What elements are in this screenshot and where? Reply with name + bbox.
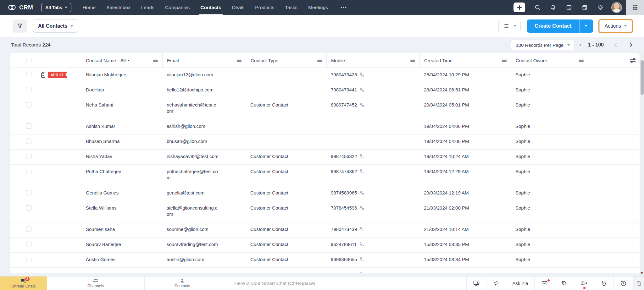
announcement-megaphone-icon[interactable] [486,276,506,290]
contact-name[interactable]: Soumen saha [81,222,162,237]
phone-icon[interactable] [360,169,364,174]
select-all-checkbox[interactable] [26,58,31,63]
table-row[interactable]: Pritha Chatterjee prithechatterjee@test.… [10,165,640,186]
column-menu-icon[interactable] [237,58,242,62]
tab-home[interactable]: Home [83,0,96,15]
tag-icon[interactable] [554,276,574,290]
table-row[interactable]: DocHipo hello12@dochipo.com 7980473441 2… [10,83,640,98]
header-contact-owner[interactable]: Contact Owner [511,53,588,68]
notifications-bell-icon[interactable] [545,0,561,15]
upcoming-task-indicator[interactable]: APR 28 [41,72,68,78]
more-tabs-icon[interactable]: ••• [341,5,347,10]
table-row[interactable]: Genelia Gomes genelia@test.com Customer … [10,186,640,201]
marketplace-store-icon[interactable] [577,0,592,15]
row-checkbox[interactable] [26,257,31,262]
view-selector-dropdown[interactable]: All Contacts [33,19,78,33]
scrollbar-thumb[interactable] [641,60,644,95]
column-menu-icon[interactable] [317,58,322,62]
contact-name[interactable]: Nilanjan Mukherjee [81,68,162,83]
alarm-reminder-icon[interactable] [594,276,613,290]
row-checkbox[interactable] [26,242,31,247]
tab-companies[interactable]: Companies [165,0,190,15]
contact-name[interactable]: Neha Sahani [81,98,162,119]
vertical-scrollbar[interactable] [640,53,644,276]
phone-icon[interactable] [359,242,364,247]
column-menu-icon[interactable] [153,58,158,62]
search-icon[interactable] [530,0,545,15]
tab-deals[interactable]: Deals [232,0,245,15]
calendar-icon[interactable] [561,0,577,15]
row-checkbox[interactable] [26,272,31,273]
contact-name[interactable]: Genelia Gomes [81,186,162,201]
column-customize-icon[interactable] [627,53,640,68]
row-checkbox[interactable] [26,123,31,129]
create-contact-dropdown[interactable] [579,19,593,33]
all-tabs-dropdown[interactable]: All Tabs [41,3,71,12]
name-filter-dropdown[interactable]: All [120,58,130,63]
phone-icon[interactable] [360,257,364,262]
contact-name[interactable]: DocHipo [81,83,162,98]
previous-page-button[interactable] [611,41,621,49]
screen-share-icon[interactable] [466,276,486,290]
unread-chats-tab[interactable]: 2 Unread Chats [0,276,47,290]
phone-icon[interactable] [360,190,364,195]
smart-chat-input[interactable] [220,276,466,290]
row-checkbox[interactable] [26,190,31,195]
create-contact-button[interactable]: Create Contact [527,19,579,33]
tab-contacts[interactable]: Contacts [200,0,221,15]
contact-name[interactable]: Ankit Kumar [81,268,162,273]
header-created-time[interactable]: Created Time [419,53,511,68]
table-row[interactable]: Sourav Banerjee souravtrading@test.com C… [10,238,640,253]
contacts-tab[interactable]: Contacts [145,276,220,290]
table-row[interactable]: Neha Sahani nehasahanitech@test.com Cust… [10,98,640,119]
zia-insights-chart-icon[interactable] [534,276,554,290]
contact-name[interactable]: Nisha Yadav [81,150,162,164]
tab-products[interactable]: Products [255,0,274,15]
history-icon[interactable] [613,276,633,290]
records-per-page-dropdown[interactable]: 100 Records Per Page [511,40,575,50]
next-page-button[interactable] [626,41,636,49]
table-row[interactable]: Ashish Kumar ashish@glion.com 19/04/2024… [10,119,640,134]
scroll-down-arrow-icon[interactable] [641,272,643,274]
tab-tasks[interactable]: Tasks [285,0,297,15]
row-checkbox[interactable] [26,72,31,77]
phone-icon[interactable] [360,87,364,92]
apps-grid-icon[interactable] [626,0,644,15]
row-checkbox[interactable] [26,87,31,92]
column-menu-icon[interactable] [579,58,584,62]
header-mobile[interactable]: Mobile [326,53,419,68]
ask-zia-button[interactable]: Ask Zia [506,276,534,290]
table-row[interactable]: Austin Gomes austin@glion.com Customer C… [10,253,640,268]
phone-icon[interactable] [360,227,364,232]
phone-icon[interactable] [360,272,364,273]
quick-create-button[interactable] [514,3,525,12]
clipboard-copy-icon[interactable] [633,276,644,290]
table-row[interactable]: Soumen saha soumne@glion.com Customer Co… [10,222,640,238]
table-row[interactable]: Stella Williams stella@glionconsulting.c… [10,201,640,222]
tab-meetings[interactable]: Meetings [308,0,328,15]
row-checkbox[interactable] [26,139,31,144]
list-view-type-selector[interactable] [498,20,521,32]
user-avatar[interactable] [611,2,622,13]
contact-name[interactable]: Stella Williams [81,201,162,222]
tab-leads[interactable]: Leads [141,0,154,15]
table-row[interactable]: Ankit Kumar ankit2@test.com Customer Con… [10,268,640,273]
phone-icon[interactable] [360,154,364,159]
contact-name[interactable]: Sourav Banerjee [81,238,162,252]
row-checkbox[interactable] [26,102,31,107]
contact-name[interactable]: Pritha Chatterjee [81,165,162,186]
table-row[interactable]: Nisha Yadav nishayadav82@test.com Custom… [10,150,640,165]
header-email[interactable]: Email [162,53,246,68]
zia-notebook-icon[interactable] [574,276,594,290]
table-row[interactable]: APR 28 Nilanjan Mukherjee nilanjan12@gli… [10,68,640,83]
phone-icon[interactable] [360,102,364,107]
row-checkbox[interactable] [26,227,31,232]
settings-gear-icon[interactable] [592,0,608,15]
tab-salesinbox[interactable]: SalesInbox [106,0,130,15]
row-checkbox[interactable] [26,169,31,174]
header-contact-name[interactable]: Contact Name All [81,53,162,68]
table-row[interactable]: Bhusan Sharma bhusan@glion.com 19/04/202… [10,134,640,150]
channels-tab[interactable]: Channels [47,276,145,290]
contact-name[interactable]: Ashish Kumar [81,119,162,134]
contact-name[interactable]: Bhusan Sharma [81,134,162,149]
